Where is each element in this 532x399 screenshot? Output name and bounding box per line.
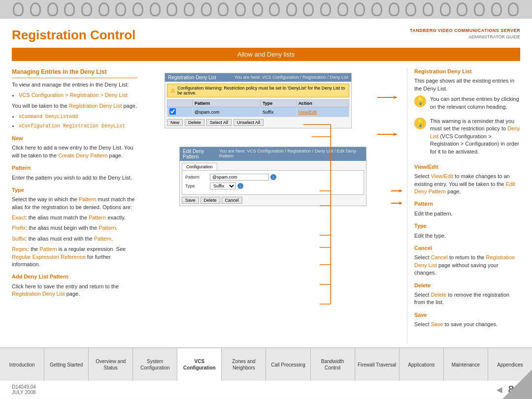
pattern-row: Pattern i xyxy=(185,174,361,181)
link-create-deny[interactable]: Create Deny Pattern xyxy=(58,153,107,158)
spiral-ring xyxy=(491,2,502,16)
tab-zones-neighbors[interactable]: Zones and Neighbors xyxy=(222,348,266,381)
cancel-btn[interactable]: Cancel xyxy=(222,197,242,204)
spiral-ring xyxy=(218,2,229,16)
rc-type-text: Edit the type. xyxy=(414,232,520,240)
page-title: Registration Control xyxy=(12,28,135,43)
spiral-ring xyxy=(115,2,126,16)
tip-box-2: 💡 This warning is a reminder that you mu… xyxy=(414,118,520,158)
tab-overview-status[interactable]: Overview and Status xyxy=(89,348,133,381)
tip-icon-1: 💡 xyxy=(414,95,426,107)
link-save[interactable]: Save xyxy=(431,321,443,327)
tip-text-1: You can sort these entries by clicking o… xyxy=(430,95,520,111)
pattern-label: Pattern xyxy=(185,175,210,180)
svg-marker-3 xyxy=(394,133,398,136)
new-button[interactable]: New xyxy=(167,119,183,126)
edit-panel-title: Edit Deny Pattern xyxy=(183,149,219,159)
link-xconfig[interactable]: xConfiguration Registration DenyList xyxy=(19,123,125,128)
page-footer: D14049.04 JULY 2008 ◄ 82 xyxy=(0,381,532,399)
left-col-taken: You will be taken to the Registration De… xyxy=(12,102,137,110)
rc-save-title: Save xyxy=(414,311,520,319)
spiral-ring xyxy=(457,2,467,16)
link-view-edit[interactable]: View/Edit xyxy=(431,173,454,179)
tab-vcs-config[interactable]: VCS Configuration xyxy=(177,348,222,381)
spiral-ring xyxy=(252,2,263,16)
spiral-ring xyxy=(389,2,399,16)
tab-call-processing[interactable]: Call Processing xyxy=(266,348,310,381)
brand-product: VIDEO COMMUNICATIONS SERVER xyxy=(438,28,520,33)
link-vcs-config[interactable]: VCS Configuration > Registration > Deny … xyxy=(19,92,128,98)
corner-decoration xyxy=(502,369,532,399)
exact-text: Exact: the alias must match the Pattern … xyxy=(12,214,137,221)
spiral-ring xyxy=(440,2,451,16)
tab-bandwidth-control[interactable]: Bandwidth Control xyxy=(311,348,355,381)
rc-cancel-text: Select Cancel to return to the Registrat… xyxy=(414,254,520,276)
delete-btn[interactable]: Delete xyxy=(200,197,220,204)
link-reg-deny[interactable]: Registration Deny List xyxy=(414,254,515,268)
tip-box-1: 💡 You can sort these entries by clicking… xyxy=(414,95,520,114)
link-deny-list[interactable]: Registration Deny List xyxy=(69,103,122,109)
tab-maintenance[interactable]: Maintenance xyxy=(444,348,488,381)
tab-applications[interactable]: Applications xyxy=(399,348,444,381)
pattern-input[interactable] xyxy=(210,174,269,181)
tab-system-config[interactable]: System Configuration xyxy=(133,348,177,381)
left-column: Managing Entries in the Deny List To vie… xyxy=(12,68,145,343)
page-header: Registration Control TANDBERG VIDEO COMM… xyxy=(12,28,520,43)
spiral-ring xyxy=(235,2,246,16)
content-columns: Managing Entries in the Deny List To vie… xyxy=(12,68,520,343)
tab-getting-started[interactable]: Getting Started xyxy=(44,348,89,381)
warning-text: Configuration Warning: Restriction polic… xyxy=(177,86,346,95)
row-select-checkbox[interactable] xyxy=(169,108,176,115)
warning-icon: ⚠ xyxy=(170,88,175,94)
rc-delete-title: Delete xyxy=(414,282,520,289)
config-tab[interactable]: Configuration xyxy=(182,163,217,170)
svg-marker-5 xyxy=(399,189,402,192)
spiral-ring xyxy=(99,2,109,16)
link-cancel[interactable]: Cancel xyxy=(431,254,448,260)
spiral-ring xyxy=(286,2,297,16)
link-registration-deny[interactable]: Registration Deny List xyxy=(12,291,65,297)
edit-panel-header: Edit Deny Pattern You are here: VCS Conf… xyxy=(180,147,366,161)
spiral-ring xyxy=(13,2,24,16)
rc-view-edit-text: Select View/Edit to make changes to an e… xyxy=(414,173,520,195)
spiral-ring xyxy=(405,2,416,16)
spiral-ring xyxy=(201,2,212,16)
link-deny-list-rc[interactable]: Deny List xyxy=(430,125,520,139)
link-delete[interactable]: Delete xyxy=(431,292,447,298)
view-edit-link[interactable]: View/Edit xyxy=(299,110,317,115)
add-section-title: Add Deny List Pattern xyxy=(12,273,137,280)
save-btn[interactable]: Save xyxy=(182,197,199,204)
link-regex-ref[interactable]: Regular Expression Reference xyxy=(12,254,86,260)
edit-panel-breadcrumb: You are here: VCS Configuration / Regist… xyxy=(219,149,363,159)
spiral-ring xyxy=(269,2,280,16)
tab-introduction[interactable]: Introduction xyxy=(0,348,44,381)
link-xcommand[interactable]: xCommand DenyListAdd xyxy=(19,113,78,119)
row-type: Suffix xyxy=(261,107,297,117)
select-all-button[interactable]: Select All xyxy=(206,119,232,126)
spiral-ring xyxy=(320,2,331,16)
spiral-ring xyxy=(166,2,177,16)
delete-button[interactable]: Delete xyxy=(185,119,204,126)
tab-firewall-traversal[interactable]: Firewall Traversal xyxy=(355,348,399,381)
middle-column: Registration Deny List You are here: VCS… xyxy=(145,68,407,343)
bottom-navigation: Introduction Getting Started Overview an… xyxy=(0,347,532,381)
row-pattern: @spam.com xyxy=(192,107,260,117)
info-icon: i xyxy=(270,174,276,180)
section-banner: Allow and Deny lists xyxy=(12,48,520,61)
col-type: Type xyxy=(261,100,297,107)
type-select[interactable]: Suffix Exact Prefix Regex xyxy=(210,183,236,189)
rc-delete-text: Select Delete to remove the registration… xyxy=(414,291,520,307)
spiral-ring xyxy=(150,2,161,16)
svg-marker-7 xyxy=(399,202,402,205)
unselect-all-button[interactable]: Unselect All xyxy=(233,119,264,126)
spiral-ring xyxy=(47,2,58,16)
brand-info: TANDBERG VIDEO COMMUNICATIONS SERVER ADM… xyxy=(410,28,520,40)
col-action: Action xyxy=(296,100,349,107)
spiral-ring xyxy=(354,2,365,16)
doc-id: D14049.04 xyxy=(12,384,36,390)
link-edit-deny[interactable]: Edit Deny Pattern xyxy=(414,181,515,194)
spiral-ring xyxy=(474,2,485,16)
deny-list-breadcrumb: You are here: VCS Configuration / Regist… xyxy=(234,75,348,80)
spiral-ring xyxy=(508,2,519,16)
row-action: View/Edit xyxy=(296,107,349,117)
